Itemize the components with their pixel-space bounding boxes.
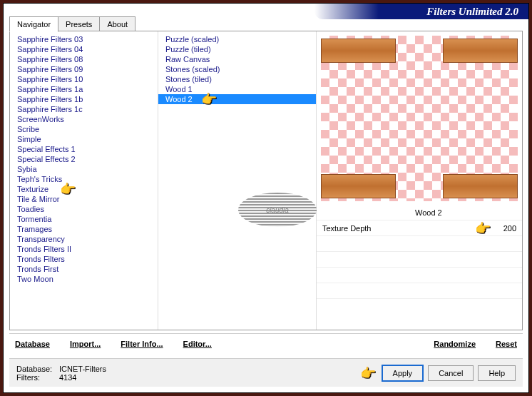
wood-texture-segment xyxy=(321,174,396,198)
list-item[interactable]: Tronds Filters II xyxy=(10,244,158,254)
status-filters-value: 4134 xyxy=(59,373,76,382)
list-item[interactable]: Transparency xyxy=(10,234,158,244)
tab-navigator[interactable]: Navigator xyxy=(9,16,58,32)
list-item[interactable]: ScreenWorks xyxy=(10,114,158,124)
app-title: Filters Unlimited 2.0 xyxy=(426,6,518,18)
filter-pane: Puzzle (scaled)Puzzle (tiled)Raw CanvasS… xyxy=(158,31,317,330)
list-item[interactable]: Tile & Mirror xyxy=(10,194,158,204)
preview-image xyxy=(321,36,518,201)
param-empty xyxy=(317,283,522,298)
list-item[interactable]: Texturize👉 xyxy=(10,184,158,194)
filter-info-button[interactable]: Filter Info... xyxy=(121,340,163,348)
list-item[interactable]: Wood 2👉 xyxy=(158,94,316,104)
list-item[interactable]: Puzzle (tiled) xyxy=(158,44,316,54)
param-empty xyxy=(317,251,522,267)
param-value: 200 xyxy=(495,224,516,233)
list-item[interactable]: Sapphire Filters 08 xyxy=(10,54,158,64)
list-item[interactable]: Tramages xyxy=(10,224,158,234)
import-button[interactable]: Import... xyxy=(70,340,101,348)
apply-button[interactable]: Apply xyxy=(382,365,424,382)
list-item[interactable]: Special Effects 1 xyxy=(10,144,158,154)
list-item[interactable]: Sapphire Filters 03 xyxy=(10,34,158,44)
list-item[interactable]: Sapphire Filters 09 xyxy=(10,64,158,74)
list-item[interactable]: Raw Canvas xyxy=(158,54,316,64)
list-item[interactable]: Sybia xyxy=(10,164,158,174)
list-item[interactable]: Wood 1 xyxy=(158,84,316,94)
wood-texture-segment xyxy=(443,174,518,198)
filter-name-row: claudia Wood 2 xyxy=(317,205,522,220)
database-button[interactable]: Database xyxy=(15,340,50,348)
category-pane: Sapphire Filters 03Sapphire Filters 04Sa… xyxy=(10,31,158,330)
list-item[interactable]: Simple xyxy=(10,134,158,144)
tab-presets[interactable]: Presets xyxy=(58,16,100,32)
list-item[interactable]: Toadies xyxy=(10,204,158,214)
filter-name-label: Wood 2 xyxy=(415,208,442,217)
list-item[interactable]: Sapphire Filters 1b xyxy=(10,94,158,104)
param-empty xyxy=(317,235,522,251)
param-empty xyxy=(317,298,522,314)
preview-pane: claudia Wood 2 Texture Depth 👉 200 xyxy=(317,31,522,330)
wood-texture-segment xyxy=(443,39,518,63)
help-button[interactable]: Help xyxy=(478,365,516,381)
param-label: Texture Depth xyxy=(322,224,495,233)
list-item[interactable]: Stones (scaled) xyxy=(158,64,316,74)
status-db-value: ICNET-Filters xyxy=(59,365,106,373)
watermark-logo: claudia xyxy=(238,193,317,227)
list-item[interactable]: Two Moon xyxy=(10,274,158,284)
list-item[interactable]: Stones (tiled) xyxy=(158,74,316,84)
main-content: Sapphire Filters 03Sapphire Filters 04Sa… xyxy=(9,31,523,330)
list-item[interactable]: Tronds Filters xyxy=(10,254,158,264)
reset-button[interactable]: Reset xyxy=(496,340,517,348)
filter-list[interactable]: Puzzle (scaled)Puzzle (tiled)Raw CanvasS… xyxy=(158,31,316,330)
list-item[interactable]: Teph's Tricks xyxy=(10,174,158,184)
list-item[interactable]: Sapphire Filters 1a xyxy=(10,84,158,94)
list-item[interactable]: Tormentia xyxy=(10,214,158,224)
list-item[interactable]: Sapphire Filters 04 xyxy=(10,44,158,54)
param-empty xyxy=(317,267,522,283)
list-item[interactable]: Tronds First xyxy=(10,264,158,274)
status-info: Database: ICNET-Filters Filters: 4134 xyxy=(16,365,360,382)
pointer-icon: 👉 xyxy=(201,91,217,107)
wood-texture-segment xyxy=(321,39,396,63)
list-item[interactable]: Scribe xyxy=(10,124,158,134)
status-db-label: Database: xyxy=(16,365,55,373)
list-item[interactable]: Special Effects 2 xyxy=(10,154,158,164)
list-item[interactable]: Sapphire Filters 10 xyxy=(10,74,158,84)
param-texture-depth[interactable]: Texture Depth 👉 200 xyxy=(317,220,522,235)
tab-strip: Navigator Presets About xyxy=(9,16,135,32)
list-item[interactable]: Sapphire Filters 1c xyxy=(10,104,158,114)
editor-button[interactable]: Editor... xyxy=(183,340,212,348)
randomize-button[interactable]: Randomize xyxy=(434,340,476,348)
list-item[interactable]: Puzzle (scaled) xyxy=(158,34,316,44)
category-list[interactable]: Sapphire Filters 03Sapphire Filters 04Sa… xyxy=(10,31,158,330)
tab-about[interactable]: About xyxy=(99,16,135,32)
status-bar: Database: ICNET-Filters Filters: 4134 👉 … xyxy=(9,358,523,387)
title-bar: Filters Unlimited 2.0 xyxy=(314,4,528,19)
cancel-button[interactable]: Cancel xyxy=(428,365,474,381)
status-filters-label: Filters: xyxy=(16,373,55,382)
pointer-icon: 👉 xyxy=(360,365,376,381)
bottom-toolbar: Database Import... Filter Info... Editor… xyxy=(9,333,523,353)
